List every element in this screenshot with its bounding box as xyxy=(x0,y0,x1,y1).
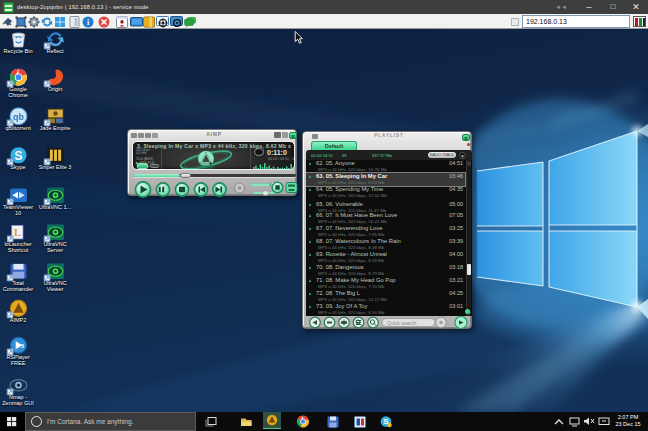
svg-text:qb: qb xyxy=(13,112,24,122)
svg-text:0:11:0: 0:11:0 xyxy=(267,148,287,155)
svg-text:00:10 / 04:51 · 00: 00:10 / 04:51 · 00 xyxy=(268,157,295,161)
svg-text:5: 5 xyxy=(21,343,24,349)
svg-text:Quick search: Quick search xyxy=(387,320,416,326)
svg-text:S: S xyxy=(14,149,22,163)
svg-text:L: L xyxy=(14,227,21,238)
